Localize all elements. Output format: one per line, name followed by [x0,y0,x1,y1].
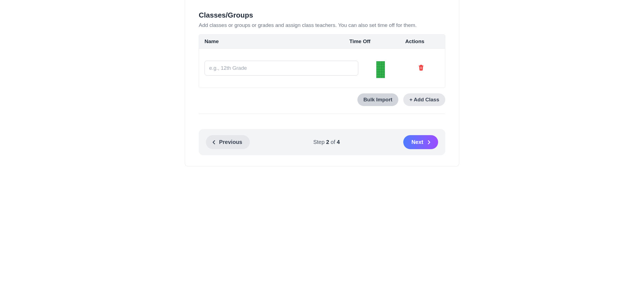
classes-table: Name Time Off Actions [199,34,445,88]
timeoff-grid-icon[interactable] [376,61,385,78]
col-header-timeoff: Time Off [330,38,390,44]
svg-rect-1 [421,67,421,69]
table-header-row: Name Time Off Actions [199,35,445,49]
bulk-import-button[interactable]: Bulk Import [357,93,399,106]
section-title: Classes/Groups [199,11,445,20]
step-indicator: Step 2 of 4 [313,139,340,145]
next-label: Next [411,139,423,145]
col-header-actions: Actions [390,38,439,44]
chevron-left-icon [212,140,216,144]
chevron-right-icon [427,140,431,144]
delete-icon[interactable] [418,65,424,71]
previous-button[interactable]: Previous [206,135,250,149]
card-panel: Classes/Groups Add classes or groups or … [185,0,459,166]
class-name-input[interactable] [205,61,358,76]
next-button[interactable]: Next [403,135,438,149]
svg-rect-2 [422,67,422,69]
previous-label: Previous [219,139,242,145]
table-actions-row: Bulk Import + Add Class [199,93,445,114]
svg-rect-0 [420,66,422,70]
svg-rect-4 [421,65,422,66]
table-row [199,49,445,88]
col-header-name: Name [205,38,330,44]
stepper-bar: Previous Step 2 of 4 Next [199,129,445,155]
add-class-button[interactable]: + Add Class [403,93,445,106]
section-subtitle: Add classes or groups or grades and assi… [199,22,445,28]
